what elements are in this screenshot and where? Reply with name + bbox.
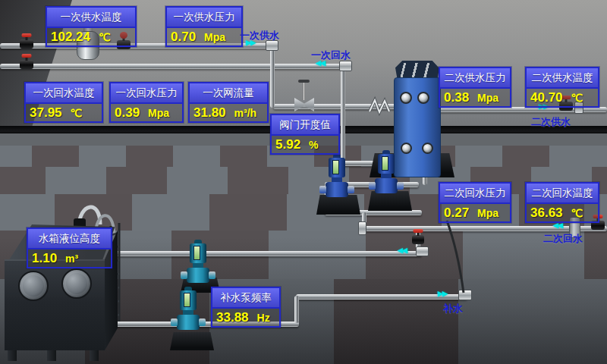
gauge-title: 水箱液位高度 bbox=[28, 229, 111, 249]
tank-manhole-cover bbox=[61, 268, 92, 299]
hx-port bbox=[417, 92, 429, 104]
tank-manhole-cover bbox=[18, 271, 49, 301]
gauge-value: 36.63 bbox=[530, 206, 563, 221]
control-valve-wheel bbox=[298, 80, 310, 83]
gauge-title: 一次供水温度 bbox=[47, 8, 135, 28]
pump-base bbox=[170, 332, 214, 350]
gauge-tank-level: 水箱液位高度 1.10m³ bbox=[27, 228, 112, 268]
gauge-value: 0.39 bbox=[115, 105, 140, 121]
gauge-title: 一次供水压力 bbox=[167, 8, 241, 28]
gauge-title: 二次供水温度 bbox=[527, 68, 598, 89]
gauge-title: 补水泵频率 bbox=[212, 288, 279, 309]
gauge-title: 一次回水温度 bbox=[26, 83, 102, 104]
gauge-primary-supply-pressure: 一次供水压力 0.70Mpa bbox=[165, 6, 243, 47]
gauge-unit: ℃ bbox=[99, 31, 111, 43]
gauge-unit: ℃ bbox=[71, 107, 83, 119]
pipe-flange bbox=[458, 290, 472, 300]
makeup-pump-2[interactable] bbox=[177, 287, 200, 330]
gauge-title: 二次供水压力 bbox=[440, 68, 510, 89]
gauge-value: 33.88 bbox=[216, 310, 249, 325]
gauge-unit: ℃ bbox=[571, 92, 583, 104]
hx-port bbox=[401, 143, 412, 154]
pump-base bbox=[316, 195, 360, 215]
shutoff-valve[interactable] bbox=[20, 39, 33, 49]
makeup-pump-1[interactable] bbox=[187, 240, 209, 283]
pump-indicator-panel bbox=[332, 160, 339, 174]
pipe-to-control-valve bbox=[273, 104, 404, 109]
gauge-primary-return-pressure: 一次回水压力 0.39Mpa bbox=[109, 82, 184, 123]
pipe-flange bbox=[358, 221, 366, 235]
pipe-primary-supply-drop bbox=[270, 46, 275, 108]
gauge-makeup-pump-frequency: 补水泵频率 33.88Hz bbox=[211, 287, 281, 328]
gauge-value: 102.24 bbox=[51, 30, 90, 45]
tank-leg bbox=[90, 349, 99, 361]
gauge-unit: Mpa bbox=[204, 31, 225, 43]
pipe-tank-upper bbox=[112, 251, 422, 256]
gauge-primary-flow: 一次网流量 31.80m³/h bbox=[188, 82, 269, 123]
gauge-secondary-return-pressure: 二次回水压力 0.27Mpa bbox=[439, 182, 511, 223]
gauge-unit: % bbox=[309, 139, 318, 151]
label-secondary-return-pipe: 二次回水 bbox=[543, 232, 583, 246]
makeup-line-valve[interactable] bbox=[412, 235, 424, 244]
gauge-unit: m³ bbox=[65, 253, 78, 265]
hx-port bbox=[422, 143, 433, 154]
gauge-value: 5.92 bbox=[275, 137, 300, 152]
flow-arrow-left: ◀◀ bbox=[553, 222, 562, 229]
label-secondary-supply-pipe: 二次供水 bbox=[531, 115, 571, 129]
gauge-unit: Mpa bbox=[477, 92, 498, 104]
pump-indicator-panel bbox=[382, 156, 388, 171]
gauge-secondary-supply-temp: 二次供水温度 40.70℃ bbox=[525, 67, 599, 108]
gauge-unit: m³/h bbox=[234, 107, 257, 119]
water-tank[interactable] bbox=[5, 259, 105, 350]
label-primary-supply-pipe: 一次供水 bbox=[240, 29, 279, 42]
pipe-makeup-elbow bbox=[294, 296, 299, 323]
label-makeup-pipe: 补水 bbox=[443, 302, 463, 315]
circulation-pump-1[interactable] bbox=[326, 154, 348, 197]
gauge-title: 二次回水温度 bbox=[527, 184, 598, 204]
gauge-value: 0.27 bbox=[444, 206, 469, 221]
gauge-unit: Hz bbox=[257, 312, 270, 324]
gauge-unit: Mpa bbox=[148, 107, 169, 119]
circulation-pump-2[interactable] bbox=[375, 150, 398, 193]
gauge-primary-return-temp: 一次回水温度 37.95℃ bbox=[24, 82, 103, 123]
pipe-flange bbox=[339, 61, 352, 71]
pump-base bbox=[368, 191, 412, 211]
pipe-flange bbox=[416, 246, 429, 256]
pipe-primary-return bbox=[0, 64, 348, 69]
gauge-unit: ℃ bbox=[571, 207, 583, 219]
label-primary-return-pipe: 一次回水 bbox=[311, 49, 351, 62]
gauge-unit: Mpa bbox=[477, 207, 498, 219]
hx-port bbox=[400, 92, 412, 104]
tank-leg bbox=[47, 350, 56, 361]
gauge-value: 1.10 bbox=[32, 251, 57, 266]
gauge-title: 二次回水压力 bbox=[440, 184, 510, 204]
pump-indicator-panel bbox=[184, 293, 190, 307]
gauge-title: 一次回水压力 bbox=[111, 83, 182, 104]
gauge-value: 31.80 bbox=[193, 105, 226, 121]
gauge-value: 0.70 bbox=[171, 30, 196, 45]
gauge-secondary-return-temp: 二次回水温度 36.63℃ bbox=[525, 182, 599, 223]
shutoff-valve[interactable] bbox=[20, 60, 33, 69]
pipe-primary-return-riser bbox=[341, 66, 345, 163]
tank-leg bbox=[8, 349, 17, 361]
plate-heat-exchanger[interactable] bbox=[394, 61, 441, 179]
gauge-title: 阀门开度值 bbox=[272, 115, 338, 136]
gauge-value: 37.95 bbox=[30, 105, 62, 121]
gauge-secondary-supply-pressure: 二次供水压力 0.38Mpa bbox=[439, 67, 511, 108]
pump-indicator-panel bbox=[193, 246, 200, 260]
flow-arrow-left: ◀◀ bbox=[398, 247, 407, 254]
gauge-value: 0.38 bbox=[444, 90, 469, 105]
heat-exchanger-body bbox=[394, 77, 441, 177]
hmi-heating-station-scene: ▶▶ ◀◀ ▶▶ ◀◀ ◀◀ ▶▶ bbox=[0, 0, 607, 364]
gauge-title: 一次网流量 bbox=[190, 83, 267, 104]
gauge-primary-supply-temp: 一次供水温度 102.24℃ bbox=[46, 6, 137, 47]
gauge-valve-opening: 阀门开度值 5.92% bbox=[270, 114, 340, 155]
flow-arrow-right: ▶▶ bbox=[438, 290, 447, 297]
control-valve-stem bbox=[303, 82, 305, 100]
gauge-value: 40.70 bbox=[530, 90, 563, 105]
